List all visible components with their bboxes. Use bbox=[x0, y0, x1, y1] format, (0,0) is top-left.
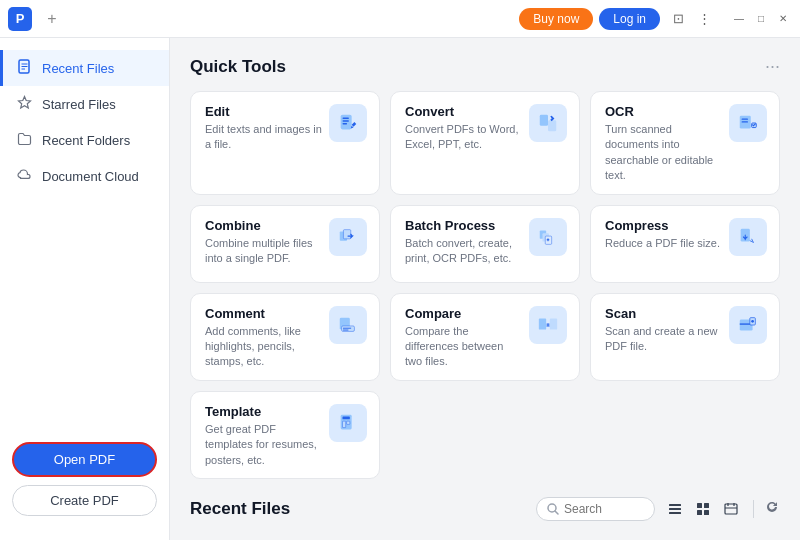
refresh-button[interactable] bbox=[764, 499, 780, 518]
svg-rect-39 bbox=[697, 510, 702, 515]
sidebar-item-label: Starred Files bbox=[42, 97, 116, 112]
sidebar-item-label: Recent Files bbox=[42, 61, 114, 76]
tool-desc: Scan and create a new PDF file. bbox=[605, 324, 723, 355]
tool-icon bbox=[529, 306, 567, 344]
content-area: Quick Tools ··· Edit Edit texts and imag… bbox=[170, 38, 800, 540]
svg-rect-36 bbox=[669, 512, 681, 514]
view-toggle bbox=[663, 497, 743, 521]
window-controls: — □ ✕ bbox=[730, 10, 792, 28]
svg-rect-31 bbox=[347, 421, 350, 424]
close-button[interactable]: ✕ bbox=[774, 10, 792, 28]
main-layout: Recent Files Starred Files Recent Folder… bbox=[0, 38, 800, 540]
tool-card-compress[interactable]: Compress Reduce a PDF file size. bbox=[590, 205, 780, 283]
sidebar-item-label: Recent Folders bbox=[42, 133, 130, 148]
tool-icon bbox=[329, 306, 367, 344]
quick-tools-more-button[interactable]: ··· bbox=[765, 56, 780, 77]
quick-tools-header: Quick Tools ··· bbox=[190, 56, 780, 77]
tool-name: Batch Process bbox=[405, 218, 523, 233]
tool-name: Combine bbox=[205, 218, 323, 233]
tool-card-edit[interactable]: Edit Edit texts and images in a file. bbox=[190, 91, 380, 195]
svg-rect-9 bbox=[540, 115, 548, 126]
login-button[interactable]: Log in bbox=[599, 8, 660, 30]
titlebar-left: P + bbox=[8, 7, 64, 31]
tool-card-ocr[interactable]: OCR Turn scanned documents into searchab… bbox=[590, 91, 780, 195]
starred-files-icon bbox=[16, 95, 32, 113]
tool-name: Compare bbox=[405, 306, 523, 321]
tool-name: Template bbox=[205, 404, 323, 419]
window-menu-icon[interactable]: ⋮ bbox=[692, 7, 716, 31]
svg-rect-41 bbox=[725, 504, 737, 514]
minimize-button[interactable]: — bbox=[730, 10, 748, 28]
tool-card-scan[interactable]: Scan Scan and create a new PDF file. bbox=[590, 293, 780, 381]
new-tab-button[interactable]: + bbox=[40, 7, 64, 31]
sidebar-item-recent-folders[interactable]: Recent Folders bbox=[0, 122, 169, 158]
tool-desc: Convert PDFs to Word, Excel, PPT, etc. bbox=[405, 122, 523, 153]
open-pdf-button[interactable]: Open PDF bbox=[12, 442, 157, 477]
tool-name: Compress bbox=[605, 218, 723, 233]
svg-rect-12 bbox=[742, 118, 748, 119]
tool-desc: Add comments, like highlights, pencils, … bbox=[205, 324, 323, 370]
svg-marker-4 bbox=[18, 97, 30, 109]
tool-desc: Get great PDF templates for resumes, pos… bbox=[205, 422, 323, 468]
recent-files-controls bbox=[536, 497, 780, 521]
buy-now-button[interactable]: Buy now bbox=[519, 8, 593, 30]
tool-icon bbox=[529, 104, 567, 142]
sidebar-item-starred-files[interactable]: Starred Files bbox=[0, 86, 169, 122]
titlebar-right: Buy now Log in ⊡ ⋮ — □ ✕ bbox=[519, 7, 792, 31]
svg-rect-10 bbox=[548, 120, 556, 131]
tool-desc: Reduce a PDF file size. bbox=[605, 236, 723, 251]
tools-grid: Edit Edit texts and images in a file. Co… bbox=[190, 91, 780, 479]
tool-name: Edit bbox=[205, 104, 323, 119]
create-pdf-button[interactable]: Create PDF bbox=[12, 485, 157, 516]
tool-card-compare[interactable]: Compare Compare the differences between … bbox=[390, 293, 580, 381]
window-expand-icon[interactable]: ⊡ bbox=[666, 7, 690, 31]
svg-rect-13 bbox=[742, 121, 748, 122]
document-cloud-icon bbox=[16, 167, 32, 185]
tool-card-template[interactable]: Template Get great PDF templates for res… bbox=[190, 391, 380, 479]
tool-desc: Combine multiple files into a single PDF… bbox=[205, 236, 323, 267]
svg-rect-5 bbox=[341, 115, 352, 130]
svg-rect-37 bbox=[697, 503, 702, 508]
svg-rect-30 bbox=[343, 421, 346, 427]
svg-rect-16 bbox=[343, 229, 350, 238]
maximize-button[interactable]: □ bbox=[752, 10, 770, 28]
tool-icon bbox=[729, 104, 767, 142]
tool-icon bbox=[729, 218, 767, 256]
svg-rect-7 bbox=[343, 120, 349, 121]
tool-card-convert[interactable]: Convert Convert PDFs to Word, Excel, PPT… bbox=[390, 91, 580, 195]
svg-rect-23 bbox=[539, 318, 546, 329]
calendar-view-button[interactable] bbox=[719, 497, 743, 521]
search-input[interactable] bbox=[564, 502, 644, 516]
svg-rect-29 bbox=[343, 416, 350, 419]
tool-desc: Batch convert, create, print, OCR PDFs, … bbox=[405, 236, 523, 267]
tool-card-batch-process[interactable]: Batch Process Batch convert, create, pri… bbox=[390, 205, 580, 283]
sidebar-item-recent-files[interactable]: Recent Files bbox=[0, 50, 169, 86]
recent-files-icon bbox=[16, 59, 32, 77]
recent-folders-icon bbox=[16, 131, 32, 149]
list-view-button[interactable] bbox=[663, 497, 687, 521]
tool-name: Scan bbox=[605, 306, 723, 321]
tool-card-comment[interactable]: Comment Add comments, like highlights, p… bbox=[190, 293, 380, 381]
sidebar-item-document-cloud[interactable]: Document Cloud bbox=[0, 158, 169, 194]
svg-rect-8 bbox=[343, 123, 348, 124]
tool-name: OCR bbox=[605, 104, 723, 119]
tool-name: Comment bbox=[205, 306, 323, 321]
tool-card-combine[interactable]: Combine Combine multiple files into a si… bbox=[190, 205, 380, 283]
svg-rect-38 bbox=[704, 503, 709, 508]
app-icon: P bbox=[8, 7, 32, 31]
divider bbox=[753, 500, 754, 518]
tool-icon bbox=[329, 404, 367, 442]
svg-line-33 bbox=[555, 511, 558, 514]
tool-icon bbox=[729, 306, 767, 344]
svg-rect-34 bbox=[669, 504, 681, 506]
recent-files-header: Recent Files bbox=[190, 497, 780, 521]
tool-name: Convert bbox=[405, 104, 523, 119]
svg-rect-6 bbox=[343, 118, 349, 119]
search-box bbox=[536, 497, 655, 521]
svg-rect-24 bbox=[550, 318, 557, 329]
titlebar-icons: ⊡ ⋮ bbox=[666, 7, 716, 31]
sidebar: Recent Files Starred Files Recent Folder… bbox=[0, 38, 170, 540]
tool-desc: Compare the differences between two file… bbox=[405, 324, 523, 370]
grid-view-button[interactable] bbox=[691, 497, 715, 521]
svg-point-27 bbox=[751, 320, 754, 323]
